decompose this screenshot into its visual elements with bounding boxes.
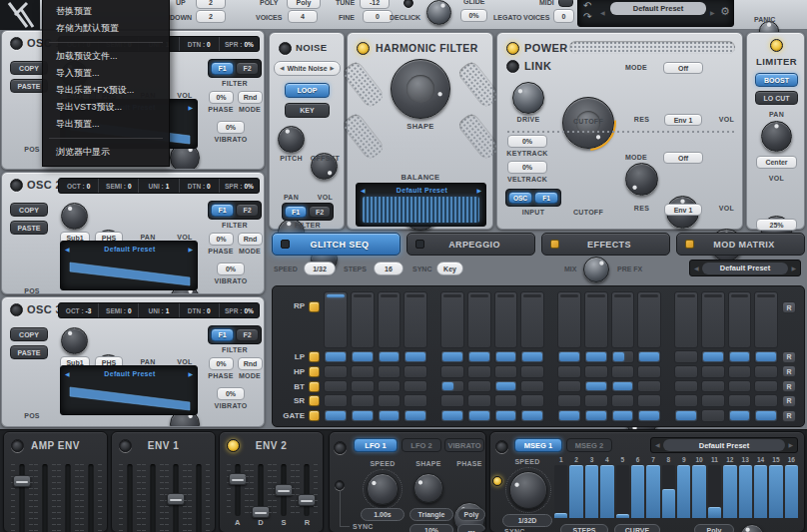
undo-icon[interactable]: ↶ (583, 0, 591, 11)
seq-cell[interactable] (557, 291, 581, 348)
mseg-preset-next-icon[interactable]: ▶ (788, 442, 793, 448)
seq-cell[interactable] (674, 409, 698, 422)
limiter-pan-value[interactable]: Center (756, 156, 797, 169)
seq-preset-selector[interactable]: ◀ Default Preset ▶ (689, 260, 801, 276)
harmonic-preset-next-icon[interactable]: ▶ (476, 188, 481, 194)
harmonic-preset-name[interactable]: Default Preset (371, 187, 473, 194)
seq-cell[interactable] (351, 380, 375, 393)
mix-knob[interactable] (583, 257, 609, 282)
osc-sub-knob[interactable] (61, 327, 88, 354)
osc-led[interactable] (10, 37, 23, 50)
noise-key-button[interactable]: KEY (285, 103, 330, 118)
seq-cell[interactable] (467, 380, 491, 393)
seq-cell[interactable] (520, 380, 544, 393)
mseg-bar-slot[interactable] (708, 465, 721, 518)
osc-f2-button[interactable]: F2 (236, 328, 259, 341)
seq-cell[interactable] (701, 394, 725, 407)
lfo-tab-2[interactable]: LFO 2 (402, 438, 441, 452)
lfo-shape-knob[interactable] (413, 473, 443, 503)
seq-cell[interactable] (378, 394, 402, 407)
seq-cell[interactable] (637, 409, 661, 422)
seq-cell[interactable] (467, 350, 491, 363)
seq-preset-next-icon[interactable]: ▶ (791, 266, 796, 271)
mseg-speed-value[interactable]: 1/32D (502, 514, 552, 527)
seq-cell[interactable] (378, 380, 402, 393)
osc-phase-value[interactable]: 0% (209, 233, 234, 246)
seq-cell[interactable] (440, 394, 464, 407)
env-slider-handle[interactable] (298, 494, 316, 506)
seq-cell[interactable] (674, 291, 698, 348)
osc-header-cell[interactable]: SEMI :0 (98, 303, 138, 317)
osc-preset-name[interactable]: Default Preset (75, 370, 185, 377)
osc-copy-button[interactable]: COPY (10, 327, 48, 341)
seq-row-reset-button[interactable]: R (782, 380, 796, 392)
mseg-tab-2[interactable]: MSEG 2 (566, 438, 612, 452)
seq-cell[interactable] (494, 409, 518, 422)
seq-cell[interactable] (611, 409, 635, 422)
seq-cell[interactable] (324, 394, 348, 407)
input-f1-button[interactable]: F1 (534, 192, 558, 204)
seq-cell[interactable] (728, 365, 752, 378)
noise-f2-button[interactable]: F2 (309, 206, 331, 218)
env-slider-handle[interactable] (252, 506, 270, 518)
osc-header-cell[interactable]: OCT :0 (59, 179, 98, 193)
noise-f1-button[interactable]: F1 (285, 206, 307, 218)
seq-cell[interactable] (728, 350, 752, 363)
seq-cell[interactable] (637, 365, 661, 378)
osc-sub-knob[interactable] (61, 203, 88, 230)
preset-prev-icon[interactable]: ◀ (600, 10, 605, 16)
glitch-tab-modmatrix[interactable]: MOD MATRIX (676, 233, 805, 256)
seq-cell[interactable] (637, 350, 661, 363)
osc-preset-name[interactable]: Default Preset (75, 246, 185, 253)
seq-cell[interactable] (440, 350, 464, 363)
mseg-steps-button[interactable]: STEPS (560, 524, 608, 532)
env-slider-handle[interactable] (13, 475, 31, 487)
down-value[interactable]: 2 (196, 10, 226, 23)
seq-row-reset-button[interactable]: R (782, 410, 796, 422)
osc-vibrato-value[interactable]: 0% (217, 121, 245, 134)
seq-cell[interactable] (701, 291, 725, 348)
lfo-phase-value2[interactable]: --- (457, 524, 485, 532)
seq-cell[interactable] (637, 394, 661, 407)
osc-vibrato-value[interactable]: 0% (217, 263, 245, 275)
mseg-bar-slot[interactable] (600, 465, 613, 518)
mseg-curve-button[interactable]: CURVE (614, 524, 660, 532)
locut-button[interactable]: LO CUT (755, 91, 798, 105)
preset-name[interactable]: Default Preset (610, 2, 706, 15)
limiter-pan-knob[interactable] (761, 121, 792, 152)
seq-cell[interactable] (467, 291, 491, 348)
noise-type-selector[interactable]: ◀ White Noise ▶ (274, 61, 341, 76)
seq-cell[interactable] (557, 350, 581, 363)
seq-cell[interactable] (674, 350, 698, 363)
seq-cell[interactable] (520, 350, 544, 363)
seq-cell[interactable] (584, 380, 608, 393)
osc-phase-value[interactable]: 0% (209, 91, 234, 104)
osc-header-cell[interactable]: DTN :0 (179, 37, 219, 51)
osc-preset-next-icon[interactable]: ▶ (188, 371, 193, 377)
env-slider-track[interactable] (235, 464, 240, 516)
seq-cell[interactable] (557, 394, 581, 407)
menu-item[interactable]: 导出VST3预设... (43, 99, 169, 116)
noise-next-icon[interactable]: ▶ (331, 66, 335, 71)
seq-cell[interactable] (378, 409, 402, 422)
menu-item[interactable]: 浏览器中显示 (43, 144, 169, 161)
env-slider-track[interactable] (19, 464, 24, 532)
osc-preset-prev-icon[interactable]: ◀ (65, 371, 70, 377)
seq-cell[interactable] (440, 291, 464, 348)
mseg-bar-slot[interactable] (662, 465, 675, 518)
seq-cell[interactable] (754, 394, 778, 407)
lfo-speed-knob[interactable] (367, 473, 399, 505)
osc-header-cell[interactable]: OCT :-3 (59, 303, 98, 317)
mseg-bar-slot[interactable] (646, 465, 659, 518)
mseg-poly-button[interactable]: Poly (694, 524, 734, 532)
seq-cell[interactable] (611, 365, 635, 378)
seq-preset-prev-icon[interactable]: ◀ (694, 266, 699, 271)
osc-f1-button[interactable]: F1 (211, 62, 234, 75)
seq-cell[interactable] (351, 350, 375, 363)
env-slider-track[interactable] (89, 464, 94, 532)
env-slider-track[interactable] (197, 464, 202, 532)
input-osc-button[interactable]: OSC (508, 192, 532, 204)
glide-value[interactable]: 0% (460, 9, 487, 22)
seq-row-reset-button[interactable]: R (782, 301, 796, 313)
seq-cell[interactable] (701, 365, 725, 378)
